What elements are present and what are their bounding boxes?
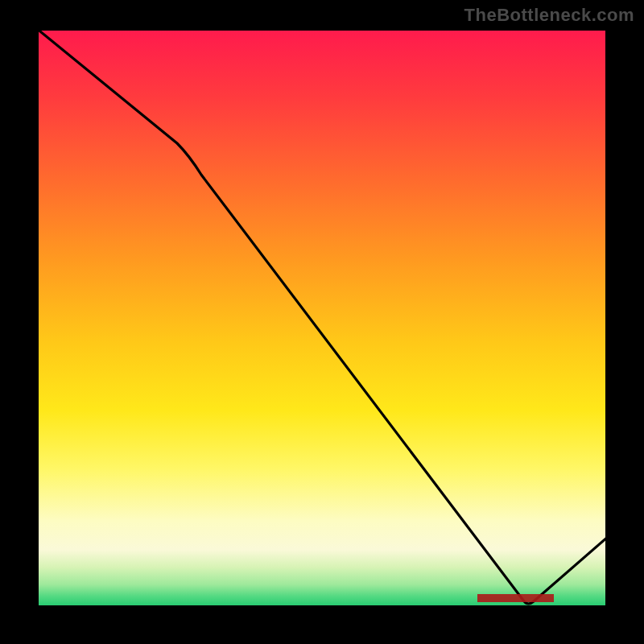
plot-area (36, 28, 608, 608)
svg-rect-0 (477, 594, 554, 602)
line-curve (36, 28, 608, 608)
watermark-text: TheBottleneck.com (464, 5, 634, 26)
chart-container: TheBottleneck.com (0, 0, 644, 644)
